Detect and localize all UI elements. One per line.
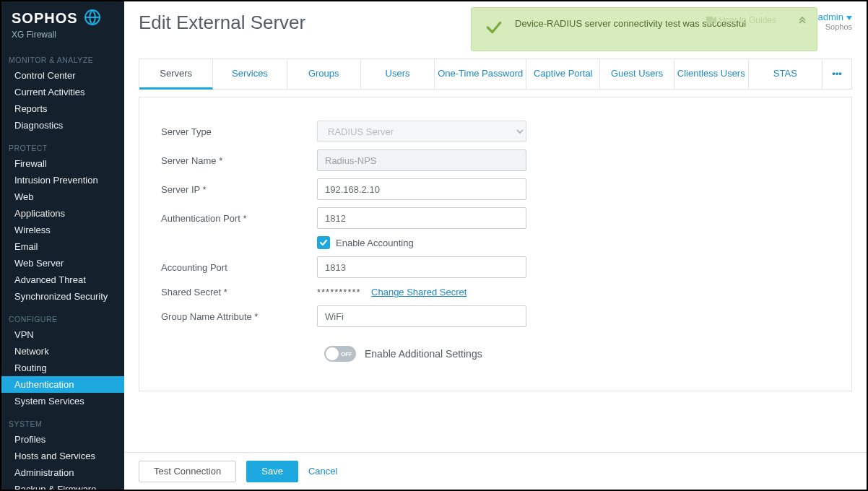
- sidebar-item-advanced-threat[interactable]: Advanced Threat: [1, 271, 124, 288]
- save-button[interactable]: Save: [246, 461, 298, 482]
- sidebar-item-authentication[interactable]: Authentication: [1, 376, 124, 393]
- auth-port-label: Authentication Port *: [139, 213, 317, 224]
- svg-rect-2: [706, 17, 713, 24]
- brand-name: SOPHOS: [12, 10, 78, 27]
- sidebar-item-hosts-and-services[interactable]: Hosts and Services: [1, 448, 124, 464]
- sidebar-item-wireless[interactable]: Wireless: [1, 222, 124, 238]
- brand-block: SOPHOS XG Firewall: [1, 1, 124, 45]
- enable-accounting-checkbox[interactable]: [317, 236, 330, 249]
- sidebar-item-vpn[interactable]: VPN: [1, 326, 124, 343]
- section-header: CONFIGURE: [1, 305, 124, 326]
- tab-users[interactable]: Users: [361, 59, 435, 89]
- accounting-port-input[interactable]: [317, 256, 526, 278]
- footer-bar: Test Connection Save Cancel: [124, 452, 867, 490]
- main: Device-RADIUS server connectivity test w…: [124, 1, 867, 490]
- sidebar-item-system-services[interactable]: System Services: [1, 393, 124, 409]
- howto-guides-link[interactable]: How-to Guides: [706, 15, 776, 25]
- sidebar-item-network[interactable]: Network: [1, 343, 124, 360]
- additional-settings-toggle[interactable]: OFF: [324, 346, 356, 362]
- group-attr-label: Group Name Attribute *: [139, 311, 317, 322]
- page-title: Edit External Server: [139, 12, 305, 34]
- sidebar-item-applications[interactable]: Applications: [1, 205, 124, 222]
- section-header: PROTECT: [1, 134, 124, 155]
- enable-accounting-label: Enable Accounting: [336, 238, 414, 248]
- tab-groups[interactable]: Groups: [287, 59, 361, 89]
- tab-stas[interactable]: STAS: [749, 59, 823, 89]
- sidebar-item-current-activities[interactable]: Current Activities: [1, 84, 124, 100]
- tab-clientless-users[interactable]: Clientless Users: [674, 59, 749, 89]
- server-ip-label: Server IP *: [139, 184, 317, 195]
- server-name-input[interactable]: [317, 149, 526, 171]
- form-panel: Server Type RADIUS Server Server Name * …: [139, 97, 852, 391]
- tab-guest-users[interactable]: Guest Users: [600, 59, 674, 89]
- sidebar-item-control-center[interactable]: Control Center: [1, 67, 124, 84]
- shared-secret-mask: **********: [317, 287, 361, 297]
- tab-one-time-password[interactable]: One-Time Password: [435, 59, 526, 89]
- tab-more[interactable]: •••: [823, 59, 851, 89]
- accounting-port-label: Accounting Port: [139, 262, 317, 273]
- tab-servers[interactable]: Servers: [139, 59, 213, 90]
- sidebar-item-synchronized-security[interactable]: Synchronized Security: [1, 288, 124, 305]
- cancel-link[interactable]: Cancel: [308, 466, 337, 477]
- tab-captive-portal[interactable]: Captive Portal: [526, 59, 600, 89]
- sidebar-item-administration[interactable]: Administration: [1, 464, 124, 481]
- toast-collapse-icon[interactable]: [798, 15, 807, 26]
- sidebar-item-web-server[interactable]: Web Server: [1, 255, 124, 271]
- auth-port-input[interactable]: [317, 207, 526, 229]
- server-type-select[interactable]: RADIUS Server: [317, 121, 526, 142]
- server-type-label: Server Type: [139, 126, 317, 137]
- additional-settings-label: Enable Additional Settings: [365, 348, 482, 360]
- sidebar-item-intrusion-prevention[interactable]: Intrusion Prevention: [1, 172, 124, 188]
- group-attr-input[interactable]: [317, 305, 526, 327]
- sidebar-item-web[interactable]: Web: [1, 188, 124, 205]
- success-toast: Device-RADIUS server connectivity test w…: [471, 7, 817, 51]
- shared-secret-label: Shared Secret *: [139, 287, 317, 297]
- tab-bar: ServersServicesGroupsUsersOne-Time Passw…: [139, 58, 852, 90]
- caret-down-icon: [846, 12, 852, 22]
- brand-icon: [84, 9, 101, 28]
- sidebar-item-reports[interactable]: Reports: [1, 100, 124, 117]
- server-ip-input[interactable]: [317, 178, 526, 200]
- section-header: SYSTEM: [1, 409, 124, 431]
- sidebar-item-profiles[interactable]: Profiles: [1, 431, 124, 448]
- change-shared-secret-link[interactable]: Change Shared Secret: [371, 287, 466, 297]
- sidebar: SOPHOS XG Firewall MONITOR & ANALYZECont…: [1, 1, 124, 490]
- server-name-label: Server Name *: [139, 155, 317, 166]
- sidebar-item-routing[interactable]: Routing: [1, 360, 124, 376]
- company-label: Sophos: [818, 22, 852, 31]
- checkmark-icon: [485, 18, 503, 39]
- brand-sub: XG Firewall: [12, 30, 114, 40]
- sidebar-item-backup-firmware[interactable]: Backup & Firmware: [1, 481, 124, 490]
- tab-services[interactable]: Services: [213, 59, 287, 89]
- sidebar-item-email[interactable]: Email: [1, 238, 124, 255]
- test-connection-button[interactable]: Test Connection: [139, 461, 236, 482]
- sidebar-item-diagnostics[interactable]: Diagnostics: [1, 117, 124, 134]
- section-header: MONITOR & ANALYZE: [1, 45, 124, 67]
- user-menu[interactable]: admin: [818, 12, 852, 22]
- sidebar-item-firewall[interactable]: Firewall: [1, 155, 124, 172]
